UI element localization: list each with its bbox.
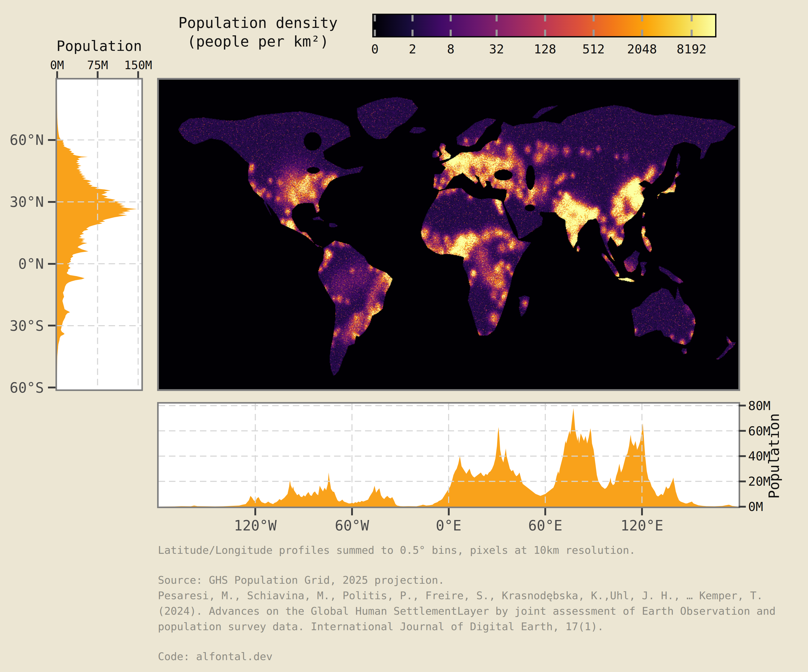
population-tick <box>739 480 746 482</box>
latitude-tick-label: 60°N <box>5 132 44 148</box>
latitude-tick <box>48 386 55 388</box>
colorbar-tick <box>374 15 376 22</box>
colorbar-tick <box>544 15 546 22</box>
latitude-tick-label: 0°N <box>5 256 44 272</box>
longitude-tick <box>448 508 450 515</box>
latitude-tick <box>48 263 55 265</box>
population-tick <box>739 405 746 406</box>
population-density-figure: { "page": {"background": "#ECE6D3"}, "co… <box>0 0 808 672</box>
colorbar-tick <box>544 30 546 36</box>
colorbar-tick-label: 2 <box>409 42 416 56</box>
latitude-profile-chart <box>57 80 141 388</box>
colorbar-tick <box>496 15 497 22</box>
colorbar-tick-label: 8192 <box>677 42 706 56</box>
latitude-tick-label: 30°S <box>5 318 44 334</box>
lat-chart-top-tick-label: 150M <box>124 59 152 72</box>
colorbar-tick <box>593 15 594 22</box>
colorbar-tick <box>691 30 693 36</box>
lat-chart-top-tick <box>97 71 98 78</box>
latitude-tick-label: 30°N <box>5 194 44 210</box>
population-tick <box>739 506 746 508</box>
colorbar-title-line2: (people per km²) <box>187 33 329 50</box>
colorbar-tick <box>450 15 452 22</box>
colorbar-tick <box>593 30 594 36</box>
latitude-chart-title: Population <box>55 38 143 54</box>
colorbar-tick <box>411 30 414 36</box>
colorbar-tick <box>411 15 414 22</box>
colorbar-tick <box>641 30 643 36</box>
lat-chart-top-tick-label: 75M <box>87 59 108 72</box>
caption-source-line: Pesaresi, M., Schiavina, M., Politis, P.… <box>158 589 763 602</box>
latitude-tick <box>48 324 55 326</box>
colorbar-title-line1: Population density <box>178 14 338 31</box>
caption-note: Latitude/Longitude profiles summed to 0.… <box>158 544 635 557</box>
colorbar-tick <box>496 30 497 36</box>
colorbar-tick-label: 32 <box>489 42 504 56</box>
latitude-tick <box>48 139 55 141</box>
longitude-chart-ylabel-text: Population <box>766 413 782 498</box>
colorbar-tick <box>691 15 693 22</box>
longitude-profile-chart <box>159 404 739 507</box>
lat-chart-top-tick <box>56 71 58 78</box>
caption-source-line: Source: GHS Population Grid, 2025 projec… <box>158 574 444 586</box>
colorbar-tick <box>374 30 376 36</box>
longitude-tick-label: 120°W <box>234 517 277 534</box>
longitude-tick-label: 60°W <box>335 517 369 534</box>
caption-code: Code: alfontal.dev <box>158 650 272 663</box>
colorbar <box>372 14 716 37</box>
latitude-tick-label: 60°S <box>5 379 44 396</box>
colorbar-tick-label: 512 <box>582 42 605 56</box>
colorbar-tick <box>450 30 452 36</box>
latitude-tick <box>48 201 55 203</box>
world-map-panel <box>157 78 740 391</box>
longitude-tick-label: 0°E <box>436 517 461 534</box>
world-population-density-map <box>159 80 738 389</box>
colorbar-tick-label: 8 <box>447 42 454 56</box>
lat-chart-top-tick <box>137 71 139 78</box>
colorbar-tick <box>641 15 643 22</box>
population-tick-label: 80M <box>748 398 771 413</box>
longitude-tick-label: 60°E <box>528 517 562 534</box>
longitude-tick <box>641 508 643 515</box>
population-tick <box>739 455 746 457</box>
colorbar-tick-label: 128 <box>534 42 556 56</box>
population-tick-label: 0M <box>748 499 763 514</box>
longitude-tick <box>254 508 256 515</box>
colorbar-title: Population density(people per km²) <box>150 13 366 50</box>
longitude-tick-label: 120°E <box>621 517 664 534</box>
population-tick <box>739 430 746 432</box>
caption-source-line: population survey data. International Jo… <box>158 620 604 633</box>
lat-chart-top-tick-label: 0M <box>50 59 64 72</box>
longitude-tick <box>351 508 353 515</box>
colorbar-tick-label: 0 <box>371 42 379 56</box>
caption-source-line: (2024). Advances on the Global Human Set… <box>158 605 776 617</box>
colorbar-tick-label: 2048 <box>627 42 657 56</box>
longitude-tick <box>544 508 546 515</box>
